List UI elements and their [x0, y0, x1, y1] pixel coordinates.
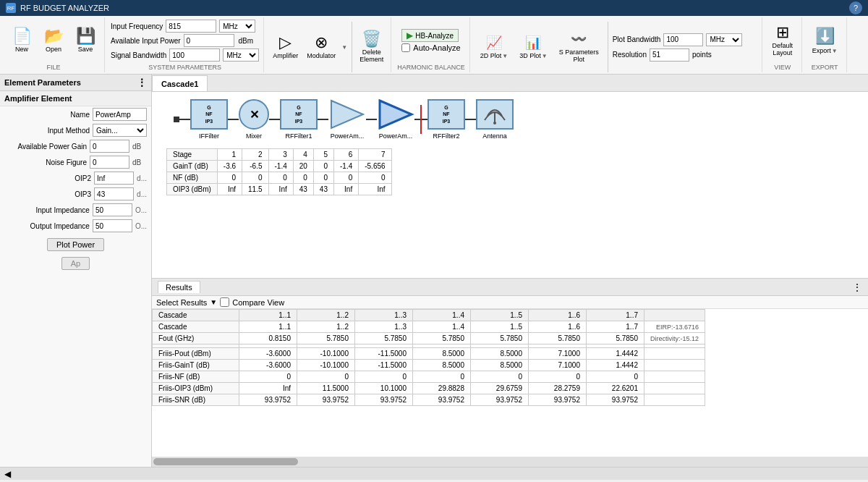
- output-impedance-unit[interactable]: O...: [135, 222, 147, 230]
- ap-button[interactable]: Ap: [61, 257, 90, 270]
- plot-3d-button[interactable]: 📊 3D Plot ▼: [515, 33, 551, 61]
- hb-analyze-button[interactable]: ▶ HB-Analyze: [401, 29, 459, 42]
- rffilter1-element[interactable]: GNFIP3 RFFilter1: [280, 99, 318, 140]
- amplifier-button[interactable]: ▷ Amplifier: [270, 33, 301, 61]
- poweramp1-element[interactable]: PowerAm...: [328, 99, 366, 140]
- results-col-header: 1..5: [471, 310, 529, 321]
- help-icon[interactable]: ?: [849, 1, 862, 14]
- panel-menu-icon[interactable]: ⋮: [137, 77, 147, 88]
- results-cell: 1.4442: [587, 348, 644, 360]
- cascade1-tab[interactable]: Cascade1: [152, 75, 208, 91]
- avail-power-gain-input[interactable]: [90, 140, 129, 153]
- plot-bandwidth-input[interactable]: [663, 33, 703, 46]
- results-cell: 8.5000: [413, 348, 471, 360]
- results-table-container[interactable]: Cascade1..11..21..31..41..51..61..7 Casc…: [152, 309, 868, 457]
- results-cell: 5.7850: [413, 333, 471, 344]
- elements-group: ▷ Amplifier ⊗ Modulator ▼ 🗑️ Delete Elem…: [265, 17, 391, 72]
- status-bar: ◀: [0, 467, 868, 480]
- noise-figure-input[interactable]: [90, 156, 129, 169]
- results-extra-cell: [644, 371, 705, 383]
- results-menu-icon[interactable]: ⋮: [852, 282, 862, 293]
- select-results-dropdown-arrow[interactable]: ▼: [210, 298, 217, 306]
- cascade-row: OIP3 (dBm)Inf11.5Inf4343InfInf: [167, 184, 392, 195]
- results-scrollbar[interactable]: [152, 457, 868, 467]
- results-cell: 0: [529, 371, 587, 383]
- export-button[interactable]: ⬇️ Export ▼: [808, 25, 842, 56]
- poweramp2-element[interactable]: PowerAm...: [377, 99, 414, 140]
- cascade-row-label: GainT (dB): [167, 161, 218, 172]
- conn-line-0: [179, 119, 190, 120]
- cascade-cell: -5.656: [359, 161, 391, 172]
- cascade-cell: 3: [268, 149, 293, 161]
- diagram-area: GNFIP3 IFFilter ✕ Mixer GNFIP3: [152, 92, 868, 279]
- input-freq-unit-select[interactable]: MHz GHz: [219, 20, 255, 33]
- results-cell: 7.1000: [529, 360, 587, 371]
- s-params-plot-button[interactable]: 〰️ S Parameters Plot: [555, 30, 603, 64]
- new-button[interactable]: 📄 New: [7, 27, 36, 54]
- signal-bandwidth-unit-select[interactable]: MHz GHz: [223, 48, 259, 62]
- oip2-unit[interactable]: d...: [137, 174, 147, 182]
- input-impedance-unit[interactable]: O...: [135, 206, 147, 214]
- save-button[interactable]: 💾 Save: [71, 27, 100, 54]
- title-bar: RF RF BUDGET ANALYZER ?: [0, 0, 868, 16]
- results-cell: 29.8828: [413, 383, 471, 394]
- cascade-row: NF (dB)0000000: [167, 172, 392, 184]
- results-tab[interactable]: Results: [158, 281, 200, 293]
- plot-bandwidth-unit-select[interactable]: MHz GHz: [706, 33, 742, 46]
- plot-power-button[interactable]: Plot Power: [47, 238, 104, 251]
- cascade-cell: 43: [293, 184, 313, 195]
- results-row: Friis-Pout (dBm)-3.6000-10.1000-11.50008…: [153, 348, 705, 360]
- results-row-label: Cascade: [153, 321, 239, 333]
- results-panel: Results ⋮ Select Results ▼ Compare View …: [152, 279, 868, 467]
- results-cell: 1..3: [355, 321, 413, 333]
- open-button[interactable]: 📂 Open: [39, 27, 68, 54]
- results-cell: 93.9752: [413, 394, 471, 406]
- results-cell: 1..6: [529, 321, 587, 333]
- default-layout-button[interactable]: ⊞ Default Layout: [768, 23, 797, 58]
- rffilter2-element[interactable]: GNFIP3 RFFilter2: [427, 99, 465, 140]
- mixer-element[interactable]: ✕ Mixer: [239, 99, 269, 140]
- results-cell: 5.7850: [297, 333, 355, 344]
- oip3-input[interactable]: [94, 187, 134, 200]
- results-cell: 0: [413, 371, 471, 383]
- results-row-label: Friis-SNR (dB): [153, 394, 239, 406]
- antenna-element[interactable]: Antenna: [476, 99, 514, 140]
- element-parameters-header: Element Parameters ⋮: [0, 75, 151, 91]
- scrollbar-thumb[interactable]: [153, 458, 298, 465]
- oip2-input[interactable]: [94, 172, 134, 185]
- noise-figure-row: Noise Figure dB: [0, 154, 151, 170]
- plot-2d-button[interactable]: 📈 2D Plot ▼: [476, 33, 512, 61]
- avail-input-power-input[interactable]: [184, 34, 234, 47]
- results-cell: 0: [239, 371, 297, 383]
- signal-bandwidth-input[interactable]: [169, 48, 220, 62]
- ribbon: 📄 New 📂 Open 💾 Save FILE Input Fre: [0, 16, 868, 75]
- elements-dropdown-arrow[interactable]: ▼: [341, 44, 347, 51]
- results-cell: 8.5000: [471, 348, 529, 360]
- input-method-select[interactable]: Gain...: [93, 124, 147, 137]
- delete-element-button[interactable]: 🗑️ Delete Element: [357, 30, 386, 64]
- cascade-cell: 7: [359, 149, 391, 161]
- results-cell: 93.9752: [297, 394, 355, 406]
- output-impedance-row: Output Impedance O...: [0, 218, 151, 234]
- oip3-row: OIP3 d...: [0, 186, 151, 202]
- compare-view-checkbox[interactable]: [220, 297, 229, 307]
- hb-analyze-play-icon: ▶: [407, 30, 413, 41]
- resolution-input[interactable]: [650, 48, 689, 62]
- oip3-unit[interactable]: d...: [137, 190, 147, 198]
- auto-analyze-checkbox[interactable]: [401, 43, 410, 52]
- modulator-button[interactable]: ⊗ Modulator: [304, 33, 339, 61]
- amplifier-element-title: Amplifier Element: [0, 91, 151, 106]
- results-cell: 5.7850: [587, 333, 644, 344]
- name-input[interactable]: [93, 108, 147, 121]
- input-impedance-input[interactable]: [93, 203, 132, 216]
- system-params-group: Input Frequency MHz GHz Available Input …: [106, 17, 264, 72]
- results-col-header: 1..3: [355, 310, 413, 321]
- iffilter-element[interactable]: GNFIP3 IFFilter: [190, 99, 228, 140]
- status-arrow-left[interactable]: ◀: [4, 469, 11, 479]
- results-cell: 8.5000: [471, 360, 529, 371]
- cascade-cell: 43: [313, 184, 333, 195]
- results-cell: 1..1: [239, 321, 297, 333]
- results-row-label: Friis-Pout (dBm): [153, 348, 239, 360]
- input-freq-input[interactable]: [166, 20, 216, 33]
- output-impedance-input[interactable]: [93, 219, 132, 232]
